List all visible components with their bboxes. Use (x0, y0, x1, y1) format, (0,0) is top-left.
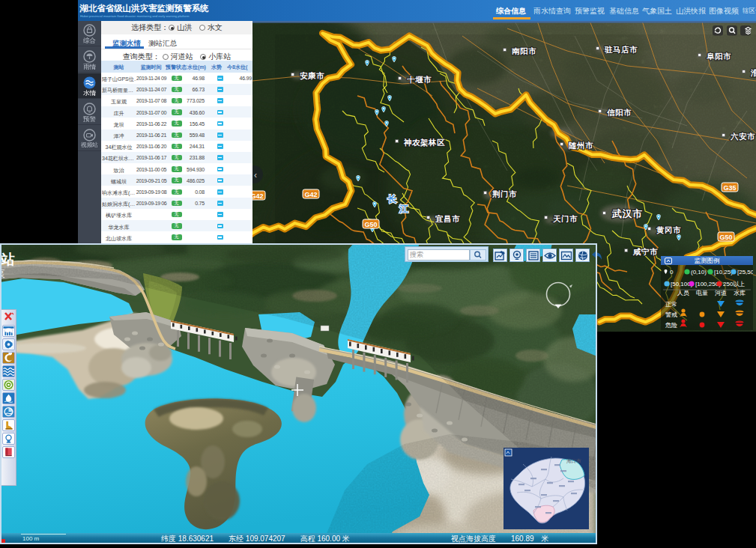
svg-text:淮南: 淮南 (750, 68, 756, 77)
svg-text:驻马店市: 驻马店市 (604, 45, 638, 54)
svg-text:江: 江 (399, 204, 408, 214)
svg-text:南阳市: 南阳市 (512, 46, 536, 55)
svg-text:神农架林区: 神农架林区 (403, 138, 445, 147)
svg-text:危险: 危险 (665, 322, 677, 329)
svg-text:水库: 水库 (734, 290, 746, 296)
svg-text:G35: G35 (723, 184, 736, 192)
svg-text:十堰市: 十堰市 (407, 75, 432, 84)
svg-text:G50: G50 (364, 221, 377, 228)
svg-text:G42: G42 (252, 192, 264, 200)
svg-text:天门市: 天门市 (552, 214, 578, 223)
svg-text:电量: 电量 (696, 290, 708, 296)
svg-text:荆门市: 荆门市 (492, 189, 517, 198)
svg-text:人员: 人员 (677, 290, 689, 296)
svg-text:河道: 河道 (715, 290, 727, 296)
svg-text:随州市: 随州市 (569, 141, 593, 150)
svg-text:宜昌市: 宜昌市 (435, 214, 460, 223)
svg-text:[25,50): [25,50) (737, 269, 753, 275)
svg-text:武汉市: 武汉市 (611, 208, 643, 219)
svg-text:警戒: 警戒 (665, 311, 677, 318)
svg-text:‹: ‹ (254, 170, 257, 180)
svg-text:咸宁市: 咸宁市 (632, 247, 658, 256)
svg-text:250以上: 250以上 (723, 281, 745, 287)
svg-text:正常: 正常 (665, 301, 677, 308)
svg-text:G42: G42 (304, 191, 317, 198)
svg-text:0: 0 (670, 269, 674, 275)
svg-text:信阳市: 信阳市 (606, 108, 632, 117)
svg-text:黄冈市: 黄冈市 (656, 225, 681, 234)
svg-text:长: 长 (387, 194, 397, 204)
svg-text:安康市: 安康市 (300, 71, 324, 80)
svg-text:[10,25): [10,25) (714, 269, 733, 275)
svg-text:阜阳市: 阜阳市 (706, 52, 731, 61)
svg-text:六安市: 六安市 (730, 132, 755, 141)
svg-text:G50: G50 (719, 234, 732, 241)
svg-text:(0,10): (0,10) (691, 269, 707, 275)
